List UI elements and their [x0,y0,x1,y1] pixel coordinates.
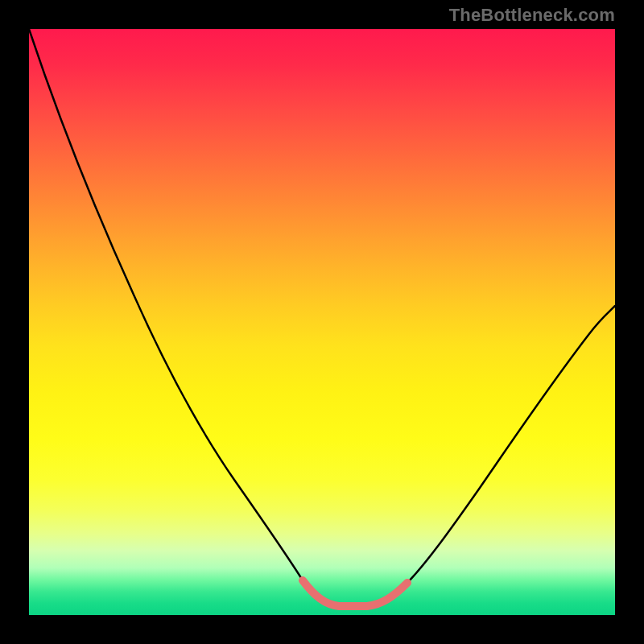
bottleneck-curve-svg [29,29,615,615]
plot-area [29,29,615,615]
watermark-text: TheBottleneck.com [449,5,615,26]
bottleneck-curve-line [29,29,615,606]
bottleneck-curve-min-highlight [303,580,407,606]
chart-frame: TheBottleneck.com [0,0,644,644]
